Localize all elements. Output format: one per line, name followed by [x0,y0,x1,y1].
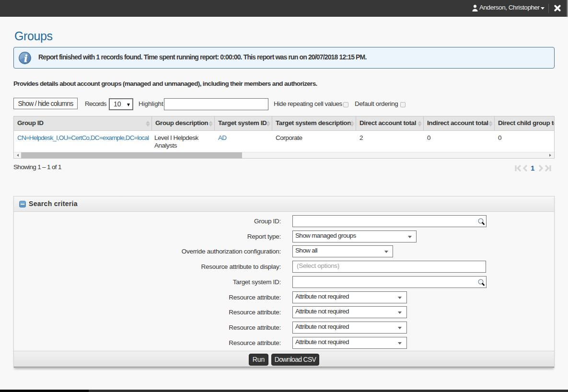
svg-text:i: i [24,52,28,64]
